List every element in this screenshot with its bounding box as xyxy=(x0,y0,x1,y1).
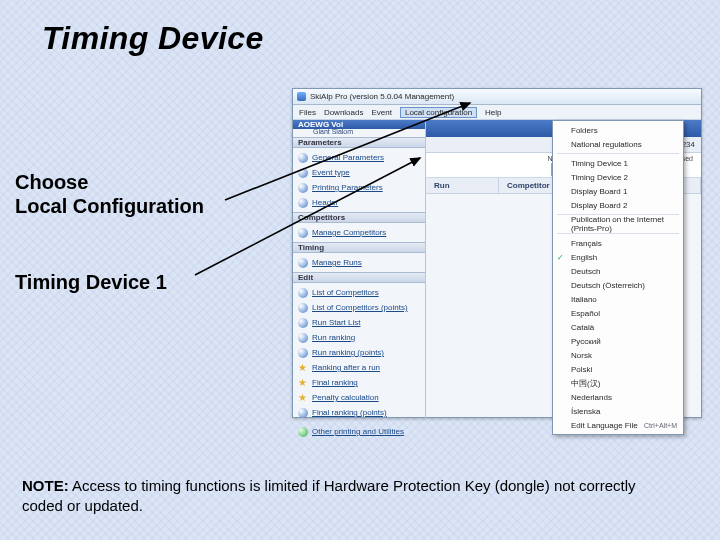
item-label: Header xyxy=(312,198,338,207)
panel-item[interactable]: Final ranking xyxy=(293,375,425,390)
menu-item-display-board-1[interactable]: Display Board 1 xyxy=(553,184,683,198)
menu-item-publication-on-the-internet-prints-pro[interactable]: Publication on the Internet (Prints-Pro) xyxy=(553,217,683,231)
menu-files[interactable]: Files xyxy=(299,108,316,117)
menu-item-folders[interactable]: Folders xyxy=(553,123,683,137)
window-title: SkiAlp Pro (version 5.0.04 Management) xyxy=(310,92,454,101)
menu-item-[interactable]: Русский xyxy=(553,334,683,348)
local-configuration-menu[interactable]: FoldersNational regulationsTiming Device… xyxy=(552,120,684,435)
menu-item-italiano[interactable]: Italiano xyxy=(553,292,683,306)
item-icon xyxy=(298,333,308,343)
section-timing: Timing xyxy=(293,242,425,253)
item-icon xyxy=(298,153,308,163)
item-icon xyxy=(298,198,308,208)
panel-item[interactable]: List of Competitors (points) xyxy=(293,300,425,315)
slide-title: Timing Device xyxy=(42,20,720,57)
item-icon xyxy=(298,363,308,373)
instruction-timing-device-1: Timing Device 1 xyxy=(15,270,167,294)
menu-event[interactable]: Event xyxy=(371,108,391,117)
menu-item-timing-device-1[interactable]: Timing Device 1 xyxy=(553,156,683,170)
item-icon xyxy=(298,303,308,313)
app-icon xyxy=(297,92,306,101)
item-label: Ranking after a run xyxy=(312,363,380,372)
menu-item-deutsch-sterreich[interactable]: Deutsch (Österreich) xyxy=(553,278,683,292)
item-icon xyxy=(298,168,308,178)
note-label: NOTE: xyxy=(22,477,69,494)
panel-item[interactable]: Penalty calculation xyxy=(293,390,425,405)
item-icon xyxy=(298,393,308,403)
diamond-icon xyxy=(298,427,308,437)
window-titlebar: SkiAlp Pro (version 5.0.04 Management) xyxy=(293,89,701,105)
note-text: Access to timing functions is limited if… xyxy=(22,477,636,514)
menu-item-timing-device-2[interactable]: Timing Device 2 xyxy=(553,170,683,184)
menu-item-espa-ol[interactable]: Español xyxy=(553,306,683,320)
item-label: List of Competitors xyxy=(312,288,379,297)
panel-item[interactable]: List of Competitors xyxy=(293,285,425,300)
item-icon xyxy=(298,378,308,388)
item-label: Run ranking (points) xyxy=(312,348,384,357)
menu-downloads[interactable]: Downloads xyxy=(324,108,364,117)
item-label: Penalty calculation xyxy=(312,393,379,402)
panel-item[interactable]: Header xyxy=(293,195,425,210)
panel-item[interactable]: Manage Competitors xyxy=(293,225,425,240)
panel-item[interactable]: Event type xyxy=(293,165,425,180)
panel-item[interactable]: General Parameters xyxy=(293,150,425,165)
menu-item-national-regulations[interactable]: National regulations xyxy=(553,137,683,151)
item-icon xyxy=(298,228,308,238)
menu-item-nederlands[interactable]: Nederlands xyxy=(553,390,683,404)
item-label: Printing Parameters xyxy=(312,183,383,192)
section-parameters: Parameters xyxy=(293,137,425,148)
panel-item[interactable]: Final ranking (points) xyxy=(293,405,425,420)
item-label: Event type xyxy=(312,168,350,177)
menu-item-fran-ais[interactable]: Français xyxy=(553,236,683,250)
menu-item-norsk[interactable]: Norsk xyxy=(553,348,683,362)
menu-item-edit-language-file[interactable]: Edit Language FileCtrl+Alt+M xyxy=(553,418,683,432)
menu-item-polski[interactable]: Polski xyxy=(553,362,683,376)
event-subtitle: Giant Slalom xyxy=(293,128,425,137)
menu-item-display-board-2[interactable]: Display Board 2 xyxy=(553,198,683,212)
left-panel: AOEWG Vol Giant Slalom Parameters Genera… xyxy=(293,120,426,419)
item-label: Final ranking (points) xyxy=(312,408,387,417)
item-icon xyxy=(298,288,308,298)
instruction-line: Local Configuration xyxy=(15,194,204,218)
menu-item-slenska[interactable]: Íslenska xyxy=(553,404,683,418)
note-block: NOTE: Access to timing functions is limi… xyxy=(22,476,676,517)
section-edit: Edit xyxy=(293,272,425,283)
app-window: SkiAlp Pro (version 5.0.04 Management) F… xyxy=(292,88,702,418)
shortcut-label: Ctrl+Alt+M xyxy=(644,422,677,429)
menubar[interactable]: FilesDownloadsEventLocal configurationHe… xyxy=(293,105,701,120)
item-label: Run Start List xyxy=(312,318,360,327)
item-label: List of Competitors (points) xyxy=(312,303,408,312)
instruction-line: Choose xyxy=(15,170,204,194)
item-icon xyxy=(298,348,308,358)
section-competitors: Competitors xyxy=(293,212,425,223)
item-icon xyxy=(298,318,308,328)
item-label: General Parameters xyxy=(312,153,384,162)
panel-item[interactable]: Manage Runs xyxy=(293,255,425,270)
menu-item-deutsch[interactable]: Deutsch xyxy=(553,264,683,278)
item-icon xyxy=(298,183,308,193)
panel-item[interactable]: Ranking after a run xyxy=(293,360,425,375)
menu-item-english[interactable]: English xyxy=(553,250,683,264)
panel-item[interactable]: Printing Parameters xyxy=(293,180,425,195)
item-label: Manage Runs xyxy=(312,258,362,267)
item-label: Manage Competitors xyxy=(312,228,386,237)
menu-local-configuration[interactable]: Local configuration xyxy=(400,107,477,118)
instruction-choose-local-config: Choose Local Configuration xyxy=(15,170,204,218)
item-label: Other printing and Utilities xyxy=(312,427,404,436)
panel-item[interactable]: Run ranking xyxy=(293,330,425,345)
item-label: Final ranking xyxy=(312,378,358,387)
other-printing-item[interactable]: Other printing and Utilities xyxy=(293,424,425,439)
menu-item-catal[interactable]: Català xyxy=(553,320,683,334)
menu-help[interactable]: Help xyxy=(485,108,501,117)
col-run[interactable]: Run xyxy=(426,178,499,193)
panel-item[interactable]: Run Start List xyxy=(293,315,425,330)
item-label: Run ranking xyxy=(312,333,355,342)
menu-item-[interactable]: 中国(汉) xyxy=(553,376,683,390)
item-icon xyxy=(298,258,308,268)
item-icon xyxy=(298,408,308,418)
panel-item[interactable]: Run ranking (points) xyxy=(293,345,425,360)
